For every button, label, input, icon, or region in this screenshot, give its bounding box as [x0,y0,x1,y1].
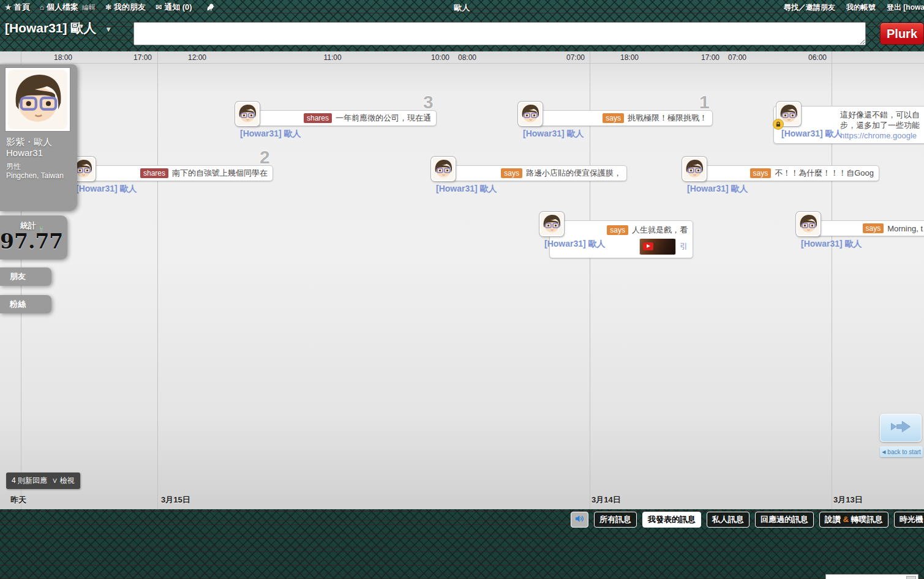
hour-label: 11:00 [323,53,341,62]
timeline-canvas[interactable]: 18:0017:0012:0011:0010:0008:0007:0018:00… [0,51,924,509]
nav-profile-edit-link[interactable]: 編輯 [82,3,96,12]
plurk-bubble[interactable]: shares一年前應徵的公司，現在通 [245,110,437,126]
profile-avatar[interactable] [6,68,70,131]
page-title: 歐人 [454,2,470,13]
hour-label: 12:00 [188,53,206,62]
play-icon [643,242,653,250]
plurk-user-link[interactable]: [Howar31] 歐人 [687,184,748,195]
home-icon: ⌂ [40,3,44,12]
plurk-text: 人生就是戲，看 [632,225,688,236]
scroll-forward-panel[interactable] [880,414,922,442]
top-nav-left: ★ 首頁 ⌂ 個人檔案 編輯 ✻ 我的朋友 ✉ 通知 (0) [0,2,215,13]
hour-label: 17:00 [701,53,719,62]
new-responses-view-toggle[interactable]: ∨ 檢視 [51,476,74,485]
plurk-bubble[interactable]: saysMorning, t [806,220,924,236]
qualifier-badge: says [603,113,624,123]
qualifier-badge: shares [140,168,168,178]
date-label: 昨天 [10,495,26,506]
footer-tab-時光機[interactable]: 時光機 [894,512,924,528]
nav-item-home[interactable]: ★ 首頁 [5,2,30,13]
footer-tab-私人訊息[interactable]: 私人訊息 [707,512,749,528]
mute-button[interactable] [571,512,588,528]
nav-item-alerts[interactable]: ✉ 通知 (0) [156,2,192,13]
chevron-down-icon[interactable]: ▼ [105,25,112,34]
plurk-avatar[interactable] [796,212,821,236]
plurk-user-link[interactable]: [Howar31] 歐人 [436,184,497,195]
plurk-avatar[interactable] [539,212,564,236]
qualifier-badge: says [863,223,884,233]
hour-label: 10:00 [431,53,449,62]
plurk-avatar[interactable] [235,102,260,126]
profile-display-name: 影紫・歐人 [0,136,77,148]
date-label: 3月13日 [833,495,863,506]
sidebar-item-friends[interactable]: 朋友 [0,267,51,286]
plurk-text-tail: 引 [680,241,688,252]
footer-tab-所有訊息[interactable]: 所有訊息 [594,512,637,528]
footer-filter-tabs: 所有訊息我發表的訊息私人訊息回應過的訊息說讚 & 轉噗訊息時光機 [571,512,924,528]
sidebar-item-fans[interactable]: 粉絲 [0,295,51,313]
plurk-bubble[interactable]: shares南下的自強號上幾個同學在 [81,165,273,181]
plurk-user-link[interactable]: [Howar31] 歐人 [781,129,843,140]
plurk-link[interactable]: https://chrome.google [840,130,923,141]
nav-item-friends[interactable]: ✻ 我的朋友 [105,2,146,13]
plurk-user-link[interactable]: [Howar31] 歐人 [240,129,301,140]
new-responses-count: 4 [12,476,16,485]
speaker-icon [575,515,584,525]
video-thumbnail[interactable] [640,239,675,255]
plurk-user-link[interactable]: [Howar31] 歐人 [544,239,606,250]
karma-up-arrow: ↑ [39,223,43,233]
plurk-user-link[interactable]: [Howar31] 歐人 [523,129,584,140]
date-label: 3月15日 [161,495,190,506]
plurk-input[interactable] [133,22,866,45]
plurk-bubble[interactable]: says路邊小店貼的便宜保護膜， [441,165,627,181]
plurk-bird-icon[interactable] [206,2,215,12]
nav-logout[interactable]: 登出 [howar31] [887,2,924,13]
plurk-page: { "topnav": { "left": [ { "icon": "star-… [0,0,924,579]
qualifier-badge: says [607,225,628,235]
left-triangle-icon: ◀ [882,449,885,455]
plurk-text: Morning, t [887,224,923,233]
back-to-start-label: back to start [887,449,920,455]
back-to-start-button[interactable]: ◀ back to start [880,446,923,457]
plurk-avatar[interactable] [431,157,456,181]
top-navigation: ★ 首頁 ⌂ 個人檔案 編輯 ✻ 我的朋友 ✉ 通知 (0) 歐人 尋找／邀請朋… [0,0,924,15]
nav-item-profile[interactable]: ⌂ 個人檔案 編輯 [40,2,96,13]
plurk-user-link[interactable]: [Howar31] 歐人 [76,184,137,195]
profile-username: Howar31 [0,148,77,159]
plurk-text: 不！！為什麼！！！自Goog [775,168,874,179]
plurk-text: 南下的自強號上幾個同學在 [172,168,268,179]
plurk-text-line: 這好像還不錯，可以自 [840,110,923,120]
qualifier-badge: says [501,168,522,178]
footer-tab-說讚 & 轉噗訊息[interactable]: 說讚 & 轉噗訊息 [819,512,888,528]
plurk-text-line: 步，還多加了一些功能 [840,120,923,130]
channel-selector[interactable]: [Howar31] 歐人 ▼ [5,20,112,37]
nav-search-invite[interactable]: 尋找／邀請朋友 [784,2,835,13]
plurk-bubble[interactable]: says不！！為什麼！！！自Goog [692,165,879,181]
date-label: 3月14日 [592,495,621,506]
new-responses-text: 則新回應 [18,476,47,485]
nav-profile-label: 個人檔案 [47,2,78,13]
mail-icon: ✉ [156,3,162,12]
nav-my-account[interactable]: 我的帳號 [846,2,876,13]
channel-label: [Howar31] 歐人 [5,20,96,37]
asterisk-icon: ✻ [105,3,111,12]
hour-label: 18:00 [54,53,72,62]
plurk-submit-button[interactable]: Plurk [880,23,924,45]
footer-tab-回應過的訊息[interactable]: 回應過的訊息 [755,512,814,528]
plurk-bubble[interactable]: says挑戰極限！極限挑戰！ [528,110,713,126]
new-responses-badge[interactable]: 4 則新回應 ∨ 檢視 [6,473,80,489]
nav-home-label: 首頁 [14,2,30,13]
hour-label: 07:00 [728,53,746,62]
profile-card: 影紫・歐人 Howar31 男性 Pingchen, Taiwan [0,64,77,211]
footer-tab-我發表的訊息[interactable]: 我發表的訊息 [642,512,701,528]
plurk-user-link[interactable]: [Howar31] 歐人 [801,239,862,250]
composer-bar: [Howar31] 歐人 ▼ Plurk [0,15,924,51]
hour-label: 18:00 [620,53,639,62]
plurk-avatar[interactable] [518,102,543,126]
karma-box: 統計 97.77 ↑ [0,215,67,260]
ampersand-accent: & [843,515,849,524]
plurk-avatar[interactable] [682,157,707,181]
hour-label: 06:00 [808,53,827,62]
plurk-text: 一年前應徵的公司，現在通 [336,113,431,124]
response-count: 1 [699,92,710,113]
